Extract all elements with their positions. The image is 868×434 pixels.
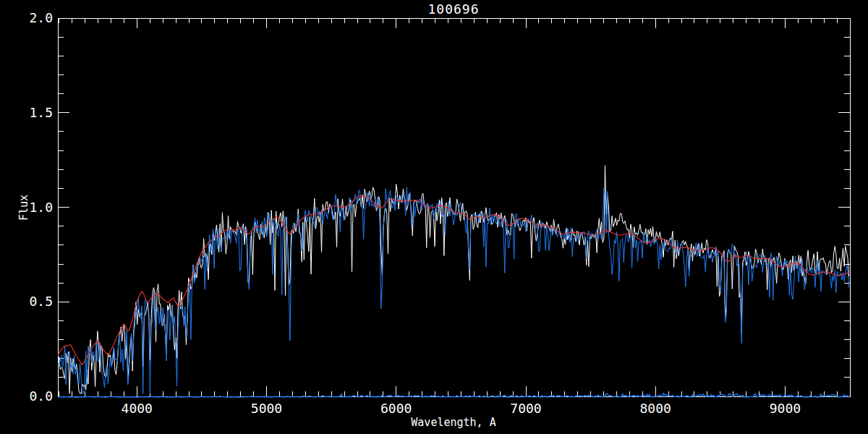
plot-border xyxy=(58,18,850,396)
flux-calibrated-spectrum-trace xyxy=(58,187,849,394)
spectrum-plot: 4000500060007000800090000.00.51.01.52.0 … xyxy=(0,0,868,434)
plot-frame xyxy=(58,18,850,396)
y-axis-label: Flux xyxy=(17,195,30,221)
observed-spectrum-trace xyxy=(58,166,849,393)
y-tick-label: 2.0 xyxy=(29,10,53,25)
x-tick-label: 8000 xyxy=(640,401,671,416)
x-tick-label: 6000 xyxy=(380,401,412,416)
y-tick-label: 0.5 xyxy=(29,294,53,309)
x-tick-label: 4000 xyxy=(122,401,153,416)
y-tick-label: 1.5 xyxy=(29,105,53,120)
plot-title: 100696 xyxy=(427,1,479,17)
axis-ticks xyxy=(58,18,850,396)
x-tick-label: 5000 xyxy=(251,401,282,416)
spectrum-figure: 4000500060007000800090000.00.51.01.52.0 … xyxy=(0,0,868,434)
x-axis-label: Wavelength, A xyxy=(411,416,495,429)
y-tick-label: 1.0 xyxy=(29,200,53,215)
y-tick-label: 0.0 xyxy=(29,388,53,404)
spectrum-traces xyxy=(58,166,849,397)
x-tick-label: 7000 xyxy=(510,401,541,416)
x-tick-label: 9000 xyxy=(770,401,801,416)
